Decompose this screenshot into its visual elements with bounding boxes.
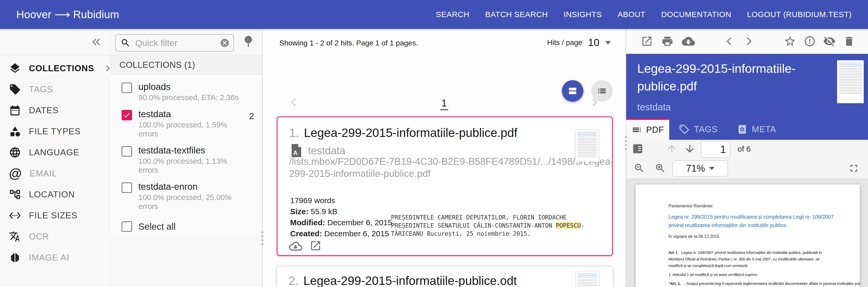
sidebar-item-image-ai[interactable]: IMAGE AI — [0, 247, 110, 268]
checkbox-unchecked[interactable] — [122, 182, 132, 193]
result-card-2[interactable]: 2. Legea-299-2015-informatiile-publice.o… — [277, 266, 613, 287]
pdf-article-line: Art. I.Legea nr. 109/2007 privind reutil… — [669, 250, 822, 255]
pdf-viewer-toolbar: 1 of 6 71% — [626, 140, 868, 179]
star-icon[interactable] — [784, 35, 796, 48]
collections-section-title[interactable]: COLLECTIONS (1) — [111, 55, 262, 75]
zoom-out-icon[interactable] — [633, 163, 645, 174]
nav-documentation[interactable]: DOCUMENTATION — [661, 10, 731, 19]
page-number-input[interactable]: 1 — [701, 141, 730, 158]
checkbox-checked[interactable] — [122, 110, 132, 120]
nav-logout[interactable]: LOGOUT (RUBIDIUM.TEST) — [747, 10, 852, 19]
collection-row-testdata-enron[interactable]: testdata-enron 100.0% processed, 25.00% … — [111, 178, 262, 214]
result-filename[interactable]: Legea-299-2015-informatiile-publice.pdf — [304, 126, 517, 140]
sidebar-toggle-icon[interactable] — [631, 142, 645, 155]
search-icon — [121, 38, 130, 48]
sidebar-item-tags[interactable]: TAGS — [0, 79, 110, 100]
caret-down-icon — [605, 41, 611, 45]
result-card-1[interactable]: 1. Legea-299-2015-informatiile-publice.p… — [277, 116, 613, 256]
checkbox-unchecked[interactable] — [122, 146, 132, 156]
document-header: Legea-299-2015-informatiile-publice.pdf … — [626, 54, 868, 118]
sidebar-item-collections[interactable]: COLLECTIONS — [0, 58, 110, 79]
tab-tags[interactable]: TAGS — [669, 118, 727, 140]
pin-filters-icon[interactable] — [242, 35, 255, 48]
result-index: 2. — [288, 274, 299, 287]
sidebar-item-ocr[interactable]: OCR — [0, 226, 110, 247]
zoom-level-select[interactable]: 71% — [673, 160, 728, 177]
globe-icon — [9, 146, 21, 159]
sidebar-item-label: EMAIL — [30, 169, 57, 178]
pdf-partial-line: "Art. 1.- Scopul prezentei legi îl repre… — [669, 281, 860, 286]
open-in-new-icon[interactable] — [641, 35, 653, 47]
caret-down-icon — [709, 167, 714, 170]
splitter-grip[interactable] — [625, 136, 627, 150]
app-title[interactable]: Hoover ⟶ Rubidium — [16, 8, 119, 21]
collection-status: 100.0% processed, 1.59% errors — [138, 120, 243, 138]
checkbox-unchecked[interactable] — [122, 221, 132, 232]
sidebar-item-file-sizes[interactable]: FILE SIZES — [0, 205, 110, 226]
list-view-toggle[interactable] — [591, 80, 613, 102]
checkbox-unchecked[interactable] — [122, 83, 132, 93]
tab-label: META — [752, 124, 776, 134]
gear-icon — [737, 124, 748, 135]
arrow-down-icon[interactable] — [684, 143, 695, 154]
card-view-toggle[interactable] — [562, 80, 583, 102]
collection-row-testdata-textfiles[interactable]: testdata-textfiles 100.0% processed, 1.1… — [111, 141, 262, 178]
alert-circle-icon[interactable] — [804, 35, 816, 47]
at-icon: @ — [9, 167, 22, 179]
result-created: Created: December 6, 2015 — [290, 229, 389, 238]
collection-name: uploads — [138, 82, 170, 92]
sidebar-item-email[interactable]: @ EMAIL — [0, 163, 110, 184]
select-all-row[interactable]: Select all — [111, 218, 262, 235]
tab-meta[interactable]: META — [727, 118, 785, 140]
quick-filter-input[interactable] — [135, 37, 216, 48]
cloud-download-icon[interactable] — [289, 240, 302, 253]
collection-name: testdata — [138, 109, 171, 119]
sidebar-item-language[interactable]: LANGUAGE — [0, 142, 110, 163]
hoover-app: Hoover ⟶ Rubidium SEARCH BATCH SEARCH IN… — [0, 0, 868, 287]
print-icon[interactable] — [661, 35, 674, 47]
snippet-line: PREȘEDINTELE CAMEREI DEPUTAȚILOR, FLORIN… — [391, 213, 584, 222]
splitter-results-preview[interactable] — [626, 29, 626, 287]
sidebar-item-location[interactable]: LOCATION — [0, 184, 110, 205]
nav-insights[interactable]: INSIGHTS — [564, 10, 602, 19]
fullscreen-icon[interactable] — [848, 163, 860, 174]
splitter-filters-results[interactable] — [262, 29, 262, 287]
previous-page-icon[interactable] — [288, 96, 300, 108]
open-in-new-icon[interactable] — [310, 240, 322, 253]
trash-icon[interactable] — [843, 35, 855, 47]
nav-batch-search[interactable]: BATCH SEARCH — [485, 10, 548, 19]
splitter-grip[interactable] — [261, 231, 264, 245]
result-filename[interactable]: Legea-299-2015-informatiile-publice.odt — [303, 274, 517, 287]
nav-search[interactable]: SEARCH — [436, 10, 469, 19]
previous-document-icon[interactable] — [723, 35, 736, 47]
result-index: 1. — [289, 126, 299, 140]
collection-count: 2 — [249, 111, 254, 121]
result-collection: testdata — [308, 145, 345, 156]
collections-filter-panel: COLLECTIONS (1) uploads 90.0% processed,… — [111, 29, 262, 287]
next-document-icon[interactable] — [743, 35, 755, 47]
sidebar-item-dates[interactable]: DATES — [0, 100, 110, 121]
zoom-in-icon[interactable] — [655, 163, 666, 174]
page-number-link[interactable]: 1 — [440, 98, 448, 110]
pdf-viewer[interactable]: Parlamentul României Legea nr. 299/2015 … — [626, 179, 868, 287]
shapes-icon — [9, 125, 21, 138]
tab-pdf[interactable]: PDF — [626, 118, 669, 140]
cloud-download-icon[interactable] — [682, 35, 695, 48]
sidebar-item-label: IMAGE AI — [29, 253, 69, 263]
nav-about[interactable]: ABOUT — [618, 10, 645, 19]
arrow-up-icon[interactable] — [666, 143, 678, 154]
document-preview-panel: Legea-299-2015-informatiile-publice.pdf … — [626, 29, 868, 287]
sidebar-item-label: LANGUAGE — [29, 147, 79, 157]
select-all-label: Select all — [138, 221, 176, 232]
hits-per-page-select[interactable]: Hits / page 10 — [547, 37, 611, 48]
eye-off-icon[interactable] — [823, 35, 836, 48]
clear-filter-icon[interactable] — [220, 38, 230, 48]
pdf-law-title[interactable]: privind reutilizarea informațiilor din i… — [669, 222, 786, 228]
result-word-count: 17969 words — [290, 196, 335, 205]
collapse-sidebar-icon[interactable] — [90, 35, 103, 49]
pdf-law-title[interactable]: Legea nr. 299/2015 pentru modificarea și… — [669, 214, 834, 220]
collection-row-uploads[interactable]: uploads 90.0% processed, ETA: 2.36s — [111, 78, 262, 105]
sidebar-item-label: DATES — [29, 106, 59, 115]
collection-row-testdata[interactable]: testdata 100.0% processed, 1.59% errors … — [111, 105, 262, 141]
sidebar-item-file-types[interactable]: FILE TYPES — [0, 121, 110, 142]
